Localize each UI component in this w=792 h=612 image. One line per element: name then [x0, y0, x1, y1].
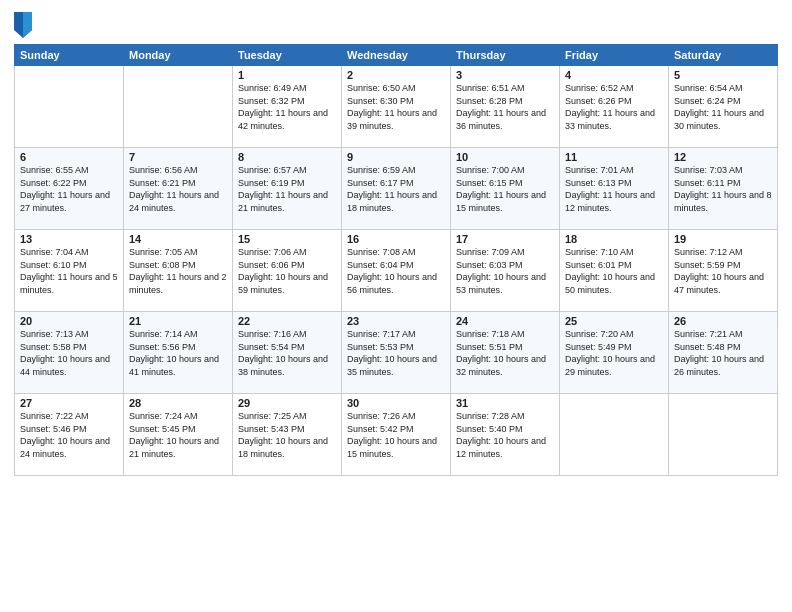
day-info: Sunrise: 7:24 AM Sunset: 5:45 PM Dayligh… — [129, 410, 227, 460]
day-number: 20 — [20, 315, 118, 327]
calendar-cell: 27Sunrise: 7:22 AM Sunset: 5:46 PM Dayli… — [15, 394, 124, 476]
svg-marker-1 — [23, 12, 32, 38]
logo-icon — [14, 12, 32, 38]
day-info: Sunrise: 6:56 AM Sunset: 6:21 PM Dayligh… — [129, 164, 227, 214]
calendar-cell: 1Sunrise: 6:49 AM Sunset: 6:32 PM Daylig… — [233, 66, 342, 148]
day-info: Sunrise: 7:13 AM Sunset: 5:58 PM Dayligh… — [20, 328, 118, 378]
day-info: Sunrise: 6:51 AM Sunset: 6:28 PM Dayligh… — [456, 82, 554, 132]
day-info: Sunrise: 7:18 AM Sunset: 5:51 PM Dayligh… — [456, 328, 554, 378]
day-info: Sunrise: 6:52 AM Sunset: 6:26 PM Dayligh… — [565, 82, 663, 132]
calendar-cell: 2Sunrise: 6:50 AM Sunset: 6:30 PM Daylig… — [342, 66, 451, 148]
calendar-cell: 7Sunrise: 6:56 AM Sunset: 6:21 PM Daylig… — [124, 148, 233, 230]
day-info: Sunrise: 7:06 AM Sunset: 6:06 PM Dayligh… — [238, 246, 336, 296]
calendar-cell: 16Sunrise: 7:08 AM Sunset: 6:04 PM Dayli… — [342, 230, 451, 312]
calendar-cell — [669, 394, 778, 476]
day-number: 30 — [347, 397, 445, 409]
day-info: Sunrise: 6:55 AM Sunset: 6:22 PM Dayligh… — [20, 164, 118, 214]
day-number: 19 — [674, 233, 772, 245]
calendar-week-row: 20Sunrise: 7:13 AM Sunset: 5:58 PM Dayli… — [15, 312, 778, 394]
calendar-week-row: 1Sunrise: 6:49 AM Sunset: 6:32 PM Daylig… — [15, 66, 778, 148]
calendar-cell: 29Sunrise: 7:25 AM Sunset: 5:43 PM Dayli… — [233, 394, 342, 476]
day-number: 25 — [565, 315, 663, 327]
day-number: 15 — [238, 233, 336, 245]
day-info: Sunrise: 7:10 AM Sunset: 6:01 PM Dayligh… — [565, 246, 663, 296]
calendar-cell: 22Sunrise: 7:16 AM Sunset: 5:54 PM Dayli… — [233, 312, 342, 394]
day-number: 16 — [347, 233, 445, 245]
calendar-cell — [560, 394, 669, 476]
calendar-day-header: Thursday — [451, 45, 560, 66]
day-number: 7 — [129, 151, 227, 163]
calendar-cell: 31Sunrise: 7:28 AM Sunset: 5:40 PM Dayli… — [451, 394, 560, 476]
day-number: 29 — [238, 397, 336, 409]
calendar-day-header: Friday — [560, 45, 669, 66]
day-info: Sunrise: 7:21 AM Sunset: 5:48 PM Dayligh… — [674, 328, 772, 378]
day-number: 12 — [674, 151, 772, 163]
day-info: Sunrise: 7:01 AM Sunset: 6:13 PM Dayligh… — [565, 164, 663, 214]
day-info: Sunrise: 7:22 AM Sunset: 5:46 PM Dayligh… — [20, 410, 118, 460]
calendar-cell: 21Sunrise: 7:14 AM Sunset: 5:56 PM Dayli… — [124, 312, 233, 394]
calendar-cell: 20Sunrise: 7:13 AM Sunset: 5:58 PM Dayli… — [15, 312, 124, 394]
day-number: 22 — [238, 315, 336, 327]
calendar-cell: 9Sunrise: 6:59 AM Sunset: 6:17 PM Daylig… — [342, 148, 451, 230]
day-number: 1 — [238, 69, 336, 81]
day-number: 14 — [129, 233, 227, 245]
day-info: Sunrise: 6:54 AM Sunset: 6:24 PM Dayligh… — [674, 82, 772, 132]
day-number: 11 — [565, 151, 663, 163]
calendar-cell — [124, 66, 233, 148]
calendar-cell: 3Sunrise: 6:51 AM Sunset: 6:28 PM Daylig… — [451, 66, 560, 148]
day-number: 24 — [456, 315, 554, 327]
calendar-cell: 19Sunrise: 7:12 AM Sunset: 5:59 PM Dayli… — [669, 230, 778, 312]
day-number: 3 — [456, 69, 554, 81]
calendar-cell: 13Sunrise: 7:04 AM Sunset: 6:10 PM Dayli… — [15, 230, 124, 312]
day-info: Sunrise: 6:49 AM Sunset: 6:32 PM Dayligh… — [238, 82, 336, 132]
day-number: 10 — [456, 151, 554, 163]
day-number: 17 — [456, 233, 554, 245]
calendar-cell: 4Sunrise: 6:52 AM Sunset: 6:26 PM Daylig… — [560, 66, 669, 148]
day-number: 6 — [20, 151, 118, 163]
day-info: Sunrise: 7:09 AM Sunset: 6:03 PM Dayligh… — [456, 246, 554, 296]
day-number: 8 — [238, 151, 336, 163]
day-info: Sunrise: 7:08 AM Sunset: 6:04 PM Dayligh… — [347, 246, 445, 296]
calendar-cell: 17Sunrise: 7:09 AM Sunset: 6:03 PM Dayli… — [451, 230, 560, 312]
calendar-cell: 8Sunrise: 6:57 AM Sunset: 6:19 PM Daylig… — [233, 148, 342, 230]
calendar-cell: 10Sunrise: 7:00 AM Sunset: 6:15 PM Dayli… — [451, 148, 560, 230]
day-number: 23 — [347, 315, 445, 327]
day-info: Sunrise: 6:50 AM Sunset: 6:30 PM Dayligh… — [347, 82, 445, 132]
day-info: Sunrise: 7:16 AM Sunset: 5:54 PM Dayligh… — [238, 328, 336, 378]
calendar-cell: 24Sunrise: 7:18 AM Sunset: 5:51 PM Dayli… — [451, 312, 560, 394]
day-number: 18 — [565, 233, 663, 245]
day-info: Sunrise: 6:59 AM Sunset: 6:17 PM Dayligh… — [347, 164, 445, 214]
calendar-cell: 15Sunrise: 7:06 AM Sunset: 6:06 PM Dayli… — [233, 230, 342, 312]
day-number: 9 — [347, 151, 445, 163]
day-number: 2 — [347, 69, 445, 81]
calendar-cell: 11Sunrise: 7:01 AM Sunset: 6:13 PM Dayli… — [560, 148, 669, 230]
day-number: 28 — [129, 397, 227, 409]
day-info: Sunrise: 6:57 AM Sunset: 6:19 PM Dayligh… — [238, 164, 336, 214]
day-info: Sunrise: 7:17 AM Sunset: 5:53 PM Dayligh… — [347, 328, 445, 378]
calendar-cell: 14Sunrise: 7:05 AM Sunset: 6:08 PM Dayli… — [124, 230, 233, 312]
day-info: Sunrise: 7:14 AM Sunset: 5:56 PM Dayligh… — [129, 328, 227, 378]
calendar-table: SundayMondayTuesdayWednesdayThursdayFrid… — [14, 44, 778, 476]
day-number: 13 — [20, 233, 118, 245]
day-info: Sunrise: 7:25 AM Sunset: 5:43 PM Dayligh… — [238, 410, 336, 460]
day-number: 5 — [674, 69, 772, 81]
calendar-day-header: Wednesday — [342, 45, 451, 66]
day-number: 26 — [674, 315, 772, 327]
day-number: 4 — [565, 69, 663, 81]
calendar-cell: 6Sunrise: 6:55 AM Sunset: 6:22 PM Daylig… — [15, 148, 124, 230]
calendar-day-header: Tuesday — [233, 45, 342, 66]
page-header — [14, 10, 778, 38]
day-info: Sunrise: 7:26 AM Sunset: 5:42 PM Dayligh… — [347, 410, 445, 460]
calendar-day-header: Sunday — [15, 45, 124, 66]
day-number: 27 — [20, 397, 118, 409]
calendar-cell: 25Sunrise: 7:20 AM Sunset: 5:49 PM Dayli… — [560, 312, 669, 394]
calendar-cell: 30Sunrise: 7:26 AM Sunset: 5:42 PM Dayli… — [342, 394, 451, 476]
calendar-header-row: SundayMondayTuesdayWednesdayThursdayFrid… — [15, 45, 778, 66]
calendar-week-row: 27Sunrise: 7:22 AM Sunset: 5:46 PM Dayli… — [15, 394, 778, 476]
calendar-page: SundayMondayTuesdayWednesdayThursdayFrid… — [0, 0, 792, 612]
day-info: Sunrise: 7:12 AM Sunset: 5:59 PM Dayligh… — [674, 246, 772, 296]
calendar-cell — [15, 66, 124, 148]
day-info: Sunrise: 7:28 AM Sunset: 5:40 PM Dayligh… — [456, 410, 554, 460]
day-info: Sunrise: 7:03 AM Sunset: 6:11 PM Dayligh… — [674, 164, 772, 214]
calendar-day-header: Saturday — [669, 45, 778, 66]
